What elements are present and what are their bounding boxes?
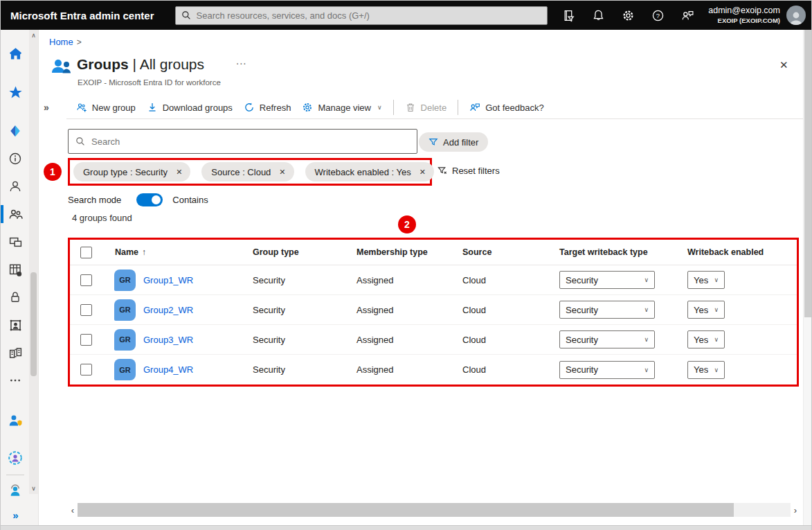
cell-group-type: Security [253, 364, 357, 375]
sidebar-item-information[interactable] [1, 145, 30, 173]
filter-pill-group-type[interactable]: Group type : Security ✕ [73, 162, 190, 182]
groups-search-box[interactable] [68, 129, 417, 154]
sidebar-item-home[interactable] [1, 39, 30, 67]
group-avatar: GR [114, 299, 136, 321]
identity-governance-icon [8, 450, 23, 466]
horizontal-scrollbar[interactable]: ‹ › [68, 502, 800, 518]
refresh-button[interactable]: Refresh [244, 102, 291, 113]
group-avatar: GR [114, 270, 136, 291]
feedback-icon[interactable] [681, 9, 694, 22]
sidebar-item-learn-support[interactable] [1, 477, 30, 504]
scroll-up-icon[interactable]: ∧ [31, 32, 36, 39]
cell-membership-type: Assigned [357, 305, 462, 315]
group-name-link[interactable]: Group4_WR [143, 364, 193, 375]
search-mode-toggle[interactable] [136, 193, 163, 206]
row-checkbox[interactable] [80, 304, 92, 316]
sidebar-item-show-more[interactable] [1, 366, 30, 394]
writeback-enabled-select[interactable]: Yes∨ [687, 271, 725, 289]
target-writeback-select[interactable]: Security∨ [559, 361, 655, 379]
sidebar-item-users[interactable] [1, 173, 30, 200]
commandbar-underline [66, 118, 811, 119]
cell-group-type: Security [253, 335, 357, 345]
global-search-input[interactable] [197, 10, 541, 21]
writeback-enabled-select[interactable]: Yes∨ [687, 330, 725, 348]
help-icon[interactable]: ? [651, 9, 665, 22]
scroll-down-icon[interactable]: ∨ [31, 485, 36, 492]
remove-filter-icon[interactable]: ✕ [176, 168, 182, 177]
target-writeback-select[interactable]: Security∨ [559, 301, 655, 319]
entra-admin-window: Microsoft Entra admin center ? admin@exo… [0, 0, 812, 530]
remove-filter-icon[interactable]: ✕ [419, 168, 426, 177]
add-filter-button[interactable]: Add filter [419, 132, 488, 152]
close-blade-icon[interactable]: ✕ [779, 59, 788, 71]
horizontal-scroll-thumb[interactable] [78, 503, 734, 517]
col-header-target-writeback[interactable]: Target writeback type [559, 247, 687, 257]
col-header-writeback-enabled[interactable]: Writeback enabled [687, 247, 797, 257]
groups-search-input[interactable] [91, 136, 410, 147]
col-header-source[interactable]: Source [462, 247, 559, 257]
select-all-checkbox[interactable] [80, 247, 92, 258]
favorites-star-icon [8, 85, 23, 100]
col-header-membership-type[interactable]: Membership type [357, 247, 462, 257]
group-name-link[interactable]: Group2_WR [143, 305, 193, 315]
filter-pill-writeback[interactable]: Writeback enabled : Yes ✕ [305, 162, 434, 182]
writeback-enabled-select[interactable]: Yes∨ [687, 301, 725, 319]
reset-filters-icon [437, 166, 448, 176]
commandbar-collapse-icon[interactable]: » [44, 102, 48, 113]
sidebar-item-protection[interactable] [1, 283, 30, 311]
scroll-right-icon[interactable]: › [791, 505, 800, 515]
download-groups-button[interactable]: Download groups [147, 102, 233, 113]
breadcrumb-home-link[interactable]: Home [49, 37, 73, 47]
main-content: Home> Groups | All groups ... EXOIP - Mi… [39, 30, 811, 525]
writeback-enabled-select[interactable]: Yes∨ [687, 361, 725, 379]
delete-trash-icon [405, 102, 416, 113]
sidebar-item-identity-governance[interactable] [1, 444, 30, 472]
account-info[interactable]: admin@exoip.com EXOIP (EXOIP.COM) [708, 6, 780, 25]
manage-view-button[interactable]: Manage view ∨ [302, 102, 381, 113]
remove-filter-icon[interactable]: ✕ [279, 168, 285, 177]
new-group-button[interactable]: New group [76, 102, 136, 113]
vertical-scroll-thumb[interactable] [804, 30, 811, 317]
row-checkbox[interactable] [80, 364, 92, 376]
person-silhouette-icon [788, 10, 804, 25]
settings-gear-icon[interactable] [622, 9, 635, 22]
sidebar-item-applications[interactable] [1, 256, 30, 283]
sidebar-item-roles-admins[interactable] [1, 407, 30, 434]
scroll-left-icon[interactable]: ‹ [68, 505, 78, 515]
row-checkbox[interactable] [80, 274, 92, 286]
user-avatar[interactable] [786, 6, 806, 25]
target-writeback-select[interactable]: Security∨ [559, 271, 655, 289]
col-header-group-type[interactable]: Group type [253, 247, 357, 257]
title-overflow-button[interactable]: ... [236, 55, 247, 67]
notifications-bell-icon[interactable] [592, 9, 605, 22]
roles-admins-icon [8, 413, 23, 428]
row-checkbox[interactable] [80, 334, 92, 346]
group-name-link[interactable]: Group3_WR [143, 335, 193, 345]
sidebar-item-groups[interactable] [1, 200, 30, 228]
got-feedback-button[interactable]: Got feedback? [469, 102, 544, 113]
search-icon [181, 10, 191, 20]
sidebar-item-entra-id[interactable] [1, 117, 30, 145]
target-writeback-select[interactable]: Security∨ [559, 330, 655, 348]
download-icon [147, 102, 158, 113]
sidebar-scrollbar[interactable]: ∧ ∨ [29, 30, 38, 494]
cell-source: Cloud [462, 335, 559, 345]
applications-grid-icon [8, 263, 23, 277]
group-name-link[interactable]: Group1_WR [143, 275, 193, 285]
sidebar-item-devices[interactable] [1, 228, 30, 256]
sidebar-item-organization[interactable] [1, 339, 30, 366]
sidebar-item-favorites[interactable] [1, 78, 30, 106]
directory-filter-icon[interactable] [562, 9, 575, 22]
sidebar-item-external-identities[interactable] [1, 311, 30, 339]
filter-pill-source[interactable]: Source : Cloud ✕ [201, 162, 294, 182]
reset-filters-button[interactable]: Reset filters [437, 166, 500, 176]
global-search-box[interactable] [175, 6, 548, 25]
horizontal-scroll-track[interactable] [78, 503, 791, 517]
sidebar-expand-button[interactable]: » [1, 509, 30, 521]
delete-button[interactable]: Delete [405, 102, 447, 113]
col-header-name[interactable]: Name↑ [106, 247, 253, 257]
vertical-scrollbar[interactable] [803, 30, 811, 525]
sidebar-scroll-thumb[interactable] [30, 272, 37, 376]
search-icon [75, 136, 85, 146]
toggle-knob [152, 195, 161, 204]
